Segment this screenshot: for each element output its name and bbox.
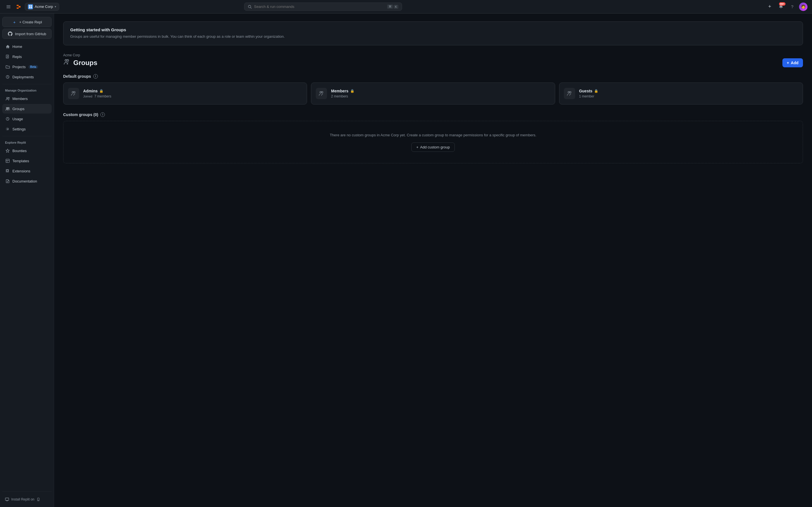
chevron-down-icon: ▾ xyxy=(55,5,56,8)
groups-title-icon xyxy=(63,58,70,67)
search-input[interactable] xyxy=(254,4,385,9)
sidebar-divider-2 xyxy=(2,136,52,136)
search-icon xyxy=(248,5,252,9)
monitor-icon xyxy=(5,497,9,501)
add-custom-group-button[interactable]: + Add custom group xyxy=(411,143,455,152)
group-card-members-icon xyxy=(316,88,327,99)
extensions-icon xyxy=(5,168,10,173)
sidebar-item-projects[interactable]: Projects Beta xyxy=(2,62,52,71)
import-github-button[interactable]: Import from GitHub xyxy=(2,29,52,39)
main-content: Getting started with Groups Groups are u… xyxy=(54,13,812,507)
svg-rect-18 xyxy=(6,159,9,163)
templates-icon xyxy=(5,158,10,163)
sidebar-item-deployments[interactable]: Deployments xyxy=(2,72,52,82)
workspace-icon xyxy=(28,4,33,9)
svg-point-24 xyxy=(72,91,74,93)
search-shortcut: ⌘ K xyxy=(387,4,398,9)
sidebar-item-bounties[interactable]: Bounties xyxy=(2,146,52,156)
sidebar: + + Create Repl Import from GitHub Home … xyxy=(0,13,54,507)
page-title: Groups xyxy=(73,59,97,67)
add-group-plus-icon: + xyxy=(787,61,789,65)
group-card-members-name: Members 🔒 xyxy=(331,89,550,93)
svg-point-23 xyxy=(67,59,69,61)
documentation-icon xyxy=(5,179,10,184)
svg-point-14 xyxy=(8,107,9,109)
svg-rect-6 xyxy=(31,7,32,8)
svg-point-13 xyxy=(6,107,8,109)
custom-groups-empty-text: There are no custom groups in Acme Corp … xyxy=(330,132,537,138)
sidebar-item-members[interactable]: Members xyxy=(2,94,52,103)
custom-groups-empty-box: There are no custom groups in Acme Corp … xyxy=(63,121,803,164)
manage-org-section-label: Manage Organization xyxy=(2,87,52,93)
workspace-name: Acme Corp xyxy=(35,4,53,9)
sidebar-item-groups[interactable]: Groups xyxy=(2,104,52,114)
add-button[interactable]: + xyxy=(765,2,774,11)
svg-point-11 xyxy=(6,97,8,99)
add-group-button[interactable]: + Add xyxy=(782,58,803,67)
group-card-admins[interactable]: Admins 🔒 Joined 7 members xyxy=(63,82,307,105)
custom-groups-info-icon[interactable]: i xyxy=(100,112,105,117)
search-bar[interactable]: ⌘ K xyxy=(244,3,402,11)
group-card-guests-name: Guests 🔒 xyxy=(579,89,798,93)
add-custom-plus-icon: + xyxy=(416,145,418,149)
group-card-guests-icon xyxy=(564,88,575,99)
sidebar-toggle-button[interactable] xyxy=(4,3,12,11)
groups-title: Groups xyxy=(63,58,97,67)
banner-description: Groups are useful for managing member pe… xyxy=(70,34,796,40)
add-group-label: Add xyxy=(791,61,799,65)
add-custom-group-label: Add custom group xyxy=(420,145,450,149)
default-groups-title: Default groups i xyxy=(63,74,803,78)
topbar-left: Acme Corp ▾ xyxy=(4,3,61,11)
group-card-admins-name: Admins 🔒 xyxy=(83,89,302,93)
svg-rect-4 xyxy=(31,5,32,6)
group-card-members-meta: 2 members xyxy=(331,94,550,98)
svg-point-22 xyxy=(65,59,67,61)
svg-point-21 xyxy=(38,500,38,500)
notifications-button[interactable]: 99+ xyxy=(776,2,785,11)
explore-section-label: Explore Replit xyxy=(2,138,52,145)
svg-rect-0 xyxy=(6,5,10,6)
sidebar-item-documentation[interactable]: Documentation xyxy=(2,176,52,186)
org-label: Acme Corp xyxy=(63,53,803,57)
svg-marker-17 xyxy=(6,149,9,152)
members-icon xyxy=(5,96,10,101)
sidebar-item-home[interactable]: Home xyxy=(2,42,52,51)
group-card-members[interactable]: Members 🔒 2 members xyxy=(311,82,555,105)
guests-lock-icon: 🔒 xyxy=(594,89,598,93)
group-card-members-info: Members 🔒 2 members xyxy=(331,89,550,98)
group-card-guests[interactable]: Guests 🔒 1 member xyxy=(559,82,803,105)
workspace-selector[interactable]: Acme Corp ▾ xyxy=(25,3,59,11)
group-card-admins-icon xyxy=(68,88,79,99)
help-button[interactable]: ? xyxy=(788,2,797,11)
main-layout: + + Create Repl Import from GitHub Home … xyxy=(0,13,812,507)
default-groups-info-icon[interactable]: i xyxy=(93,74,98,78)
sidebar-item-settings[interactable]: Settings xyxy=(2,124,52,134)
bounties-icon xyxy=(5,148,10,153)
custom-groups-title: Custom groups (0) i xyxy=(63,112,803,117)
admins-lock-icon: 🔒 xyxy=(99,89,103,93)
svg-rect-3 xyxy=(29,5,30,6)
sidebar-item-templates[interactable]: Templates xyxy=(2,156,52,166)
avatar[interactable]: 🧑 xyxy=(799,3,808,11)
group-card-admins-meta: Joined 7 members xyxy=(83,94,302,98)
group-card-guests-meta: 1 member xyxy=(579,94,798,98)
github-icon xyxy=(8,31,13,36)
shortcut-mod: ⌘ xyxy=(387,4,393,9)
plus-icon: + xyxy=(12,19,17,24)
svg-rect-1 xyxy=(6,6,10,7)
svg-point-25 xyxy=(73,91,75,93)
svg-point-16 xyxy=(7,128,8,129)
install-replit-link[interactable]: Install Replit on xyxy=(2,495,52,504)
getting-started-banner: Getting started with Groups Groups are u… xyxy=(63,21,803,45)
sidebar-item-repls[interactable]: Repls xyxy=(2,52,52,61)
mobile-icon xyxy=(37,498,40,501)
topbar-right: + 99+ ? 🧑 xyxy=(765,2,808,11)
svg-point-27 xyxy=(321,91,323,93)
svg-point-29 xyxy=(569,91,571,93)
sidebar-item-usage[interactable]: Usage xyxy=(2,114,52,124)
deployments-icon xyxy=(5,74,10,79)
create-repl-button[interactable]: + + Create Repl xyxy=(2,17,52,27)
groups-header: Groups + Add xyxy=(63,58,803,67)
svg-rect-2 xyxy=(6,8,10,8)
sidebar-item-extensions[interactable]: Extensions xyxy=(2,166,52,176)
